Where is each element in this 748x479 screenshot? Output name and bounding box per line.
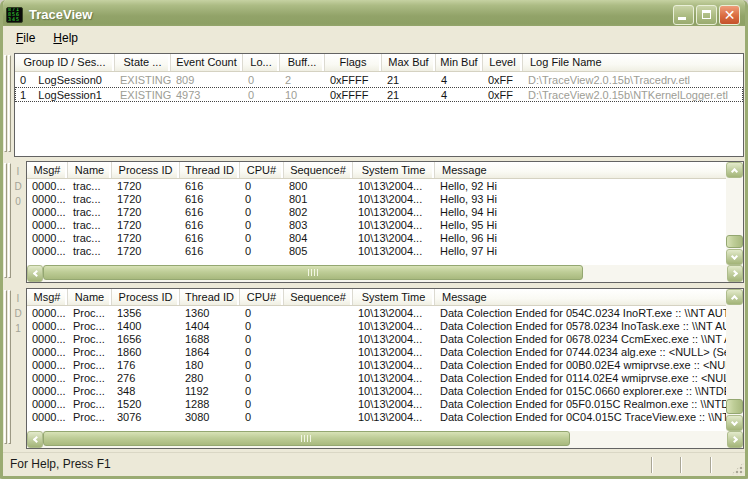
status-pane — [651, 457, 680, 473]
table-row[interactable]: 0000...trac...1720616080110\13\2004...He… — [27, 192, 726, 205]
column-header-name[interactable]: Name — [68, 162, 112, 178]
chevron-left-icon — [32, 270, 39, 277]
column-header-flags[interactable]: Flags — [325, 54, 382, 71]
resize-grip[interactable] — [731, 462, 744, 475]
cell-thread-id: 616 — [180, 180, 240, 192]
cell-cpu: 0 — [240, 333, 284, 345]
horizontal-scroll-track[interactable] — [43, 265, 727, 282]
title-bar[interactable]: 871 856 345 TraceView ✕ — [0, 0, 748, 29]
table-row[interactable]: 0000...Proc...30763080010\13\2004...Data… — [27, 410, 726, 423]
column-header-process-id[interactable]: Process ID — [112, 162, 180, 178]
scroll-right-button[interactable] — [727, 265, 743, 282]
close-button[interactable]: ✕ — [719, 5, 740, 25]
cell-message: Hello, 93 Hi — [435, 193, 726, 205]
table-row[interactable]: 0000...Proc...16561688010\13\2004...Data… — [27, 332, 726, 345]
status-message: For Help, Press F1 — [3, 457, 651, 473]
scroll-left-button[interactable] — [27, 431, 43, 448]
table-row[interactable]: 0000...Proc...3481192010\13\2004...Data … — [27, 384, 726, 397]
column-header-name[interactable]: Name — [68, 289, 112, 305]
vertical-scrollbar[interactable] — [726, 162, 743, 265]
cell-min-buf: 4 — [436, 89, 483, 101]
cell-cpu: 0 — [240, 245, 284, 257]
scroll-right-button[interactable] — [727, 431, 743, 448]
table-row[interactable]: 0000...Proc...176180010\13\2004...Data C… — [27, 358, 726, 371]
cell-process-id: 1356 — [112, 307, 180, 319]
horizontal-scrollbar[interactable] — [27, 265, 743, 282]
scroll-up-button[interactable] — [726, 289, 743, 305]
column-header-buff[interactable]: Buff... — [280, 54, 325, 71]
cell-cpu: 0 — [240, 219, 284, 231]
vertical-scroll-thumb[interactable] — [726, 235, 743, 248]
column-header-log-file-name[interactable]: Log File Name — [523, 54, 743, 71]
cell-flags: 0xFFFF — [325, 74, 382, 86]
scroll-down-button[interactable] — [726, 415, 743, 431]
scroll-up-button[interactable] — [726, 162, 743, 178]
minimize-button[interactable] — [673, 5, 694, 25]
column-header-cpu[interactable]: CPU# — [240, 289, 284, 305]
column-header-thread-id[interactable]: Thread ID — [180, 289, 240, 305]
column-header-msg[interactable]: Msg# — [27, 162, 68, 178]
id0-table-header: Msg#NameProcess IDThread IDCPU#Sequence#… — [27, 162, 726, 179]
cell-name: Proc... — [68, 385, 112, 397]
column-header-msg[interactable]: Msg# — [27, 289, 68, 305]
menu-item-help[interactable]: Help — [44, 28, 87, 48]
chevron-up-icon — [731, 294, 738, 301]
cell-cpu: 0 — [240, 206, 284, 218]
column-header-max-buf[interactable]: Max Buf — [382, 54, 436, 71]
table-row[interactable]: 0000...Proc...15201288010\13\2004...Data… — [27, 397, 726, 410]
cell-message: Data Colection Ended for 05F0.015C Realm… — [435, 398, 726, 410]
cell-thread-id: 1404 — [180, 320, 240, 332]
status-bar: For Help, Press F1 — [3, 452, 745, 476]
table-row[interactable]: 0000...Proc...276280010\13\2004...Data C… — [27, 371, 726, 384]
column-header-system-time[interactable]: System Time — [353, 162, 435, 178]
vertical-scroll-track[interactable] — [726, 178, 743, 249]
horizontal-scroll-track[interactable] — [43, 431, 727, 448]
cell-message: Data Colection Ended for 0744.0234 alg.e… — [435, 346, 726, 358]
pane-gripper[interactable] — [4, 53, 14, 157]
vertical-scroll-thumb[interactable] — [726, 399, 743, 414]
table-row[interactable]: 0000...trac...1720616080210\13\2004...He… — [27, 205, 726, 218]
cell-message: Data Colection Ended for 0578.0234 InoTa… — [435, 320, 726, 332]
column-header-level[interactable]: Level — [483, 54, 523, 71]
table-row[interactable]: 0000...Proc...14001404010\13\2004...Data… — [27, 319, 726, 332]
column-header-min-buf[interactable]: Min Buf — [436, 54, 483, 71]
column-header-lo[interactable]: Lo... — [243, 54, 280, 71]
maximize-button[interactable] — [696, 5, 717, 25]
horizontal-scroll-thumb[interactable] — [43, 265, 583, 280]
column-header-sequence[interactable]: Sequence# — [284, 289, 353, 305]
column-header-event-count[interactable]: Event Count — [171, 54, 243, 71]
cell-buff: 2 — [280, 74, 325, 86]
column-header-group-id-ses[interactable]: Group ID / Ses... — [15, 54, 115, 71]
table-row[interactable]: 0000...trac...1720616080410\13\2004...He… — [27, 231, 726, 244]
column-header-thread-id[interactable]: Thread ID — [180, 162, 240, 178]
cell-thread-id: 616 — [180, 232, 240, 244]
chevron-down-icon — [731, 252, 738, 259]
cell-msg: 0000... — [27, 372, 68, 384]
column-header-process-id[interactable]: Process ID — [112, 289, 180, 305]
scroll-left-button[interactable] — [27, 265, 43, 282]
column-header-message[interactable]: Message — [435, 289, 726, 305]
table-row[interactable]: 0 LogSession0EXISTING809020xFFFF2140xFFD… — [15, 72, 743, 87]
column-header-message[interactable]: Message — [435, 162, 726, 178]
pane-gripper[interactable]: ID0 — [4, 161, 26, 283]
vertical-scrollbar[interactable] — [726, 289, 743, 431]
menu-item-file[interactable]: File — [7, 28, 44, 48]
pane-gripper[interactable]: ID1 — [4, 288, 26, 449]
column-header-system-time[interactable]: System Time — [353, 289, 435, 305]
table-row[interactable]: 1 LogSession1EXISTING49730100xFFFF2140xF… — [15, 87, 743, 102]
table-row[interactable]: 0000...trac...1720616080510\13\2004...He… — [27, 244, 726, 257]
cell-msg: 0000... — [27, 219, 68, 231]
maximize-icon — [702, 10, 711, 19]
column-header-cpu[interactable]: CPU# — [240, 162, 284, 178]
table-row[interactable]: 0000...Proc...18601864010\13\2004...Data… — [27, 345, 726, 358]
horizontal-scrollbar[interactable] — [27, 431, 743, 448]
column-header-sequence[interactable]: Sequence# — [284, 162, 353, 178]
vertical-scroll-track[interactable] — [726, 305, 743, 415]
table-row[interactable]: 0000...trac...1720616080310\13\2004...He… — [27, 218, 726, 231]
scroll-down-button[interactable] — [726, 249, 743, 265]
column-header-state[interactable]: State ... — [115, 54, 171, 71]
horizontal-scroll-thumb[interactable] — [43, 431, 570, 446]
cell-cpu: 0 — [240, 346, 284, 358]
table-row[interactable]: 0000...trac...1720616080010\13\2004...He… — [27, 179, 726, 192]
table-row[interactable]: 0000...Proc...13561360010\13\2004...Data… — [27, 306, 726, 319]
